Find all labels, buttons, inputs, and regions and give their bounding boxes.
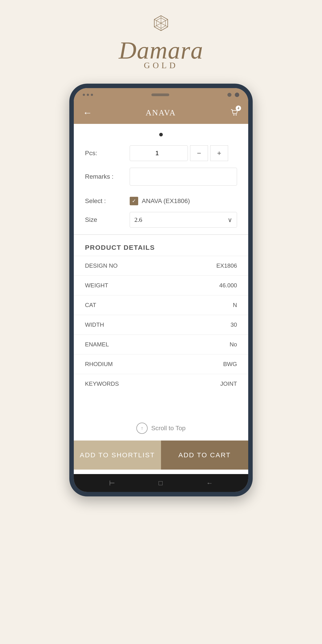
table-row: ENAMEL No [74, 334, 248, 354]
checkbox[interactable]: ✓ [130, 197, 138, 205]
svg-point-6 [236, 114, 237, 116]
add-to-shortlist-button[interactable]: ADD TO SHORTLIST [74, 440, 161, 470]
row-value-rhodium: BWG [223, 361, 237, 368]
status-speaker [152, 94, 169, 96]
phone-screen: ← ANAVA 4 Pcs: [74, 88, 248, 492]
content-area: Pcs: − + Remarks : Select : [74, 124, 248, 474]
nav-back-icon[interactable]: ← [206, 479, 213, 487]
row-value-weight: 46.000 [219, 282, 237, 289]
qty-minus-button[interactable]: − [190, 145, 208, 161]
pcs-input[interactable] [130, 145, 188, 161]
pcs-section: Pcs: − + Remarks : [74, 141, 248, 197]
qty-plus-button[interactable]: + [210, 145, 228, 161]
page-title: ANAVA [146, 108, 176, 118]
row-value-enamel: No [230, 341, 237, 348]
table-row: DESIGN NO EX1806 [74, 256, 248, 276]
bottom-buttons: ADD TO SHORTLIST ADD TO CART [74, 440, 248, 470]
pcs-label: Pcs: [85, 150, 130, 157]
row-label-keywords: KEYWORDS [85, 380, 119, 387]
status-dot-3 [91, 94, 93, 96]
indicator-dot [159, 133, 163, 136]
size-dropdown[interactable]: 2.6 ∨ [130, 212, 237, 228]
status-dot-1 [83, 94, 85, 96]
status-dot-2 [87, 94, 89, 96]
chevron-down-icon: ∨ [228, 216, 232, 224]
scroll-up-icon: ↑ [136, 422, 148, 434]
remarks-input[interactable] [130, 168, 237, 186]
table-row: KEYWORDS JOINT [74, 374, 248, 394]
row-value-width: 30 [230, 321, 237, 328]
row-label-design: DESIGN NO [85, 262, 118, 269]
checkbox-value: ANAVA (EX1806) [142, 198, 190, 204]
scroll-to-top-label: Scroll to Top [151, 425, 186, 432]
spacer [74, 394, 248, 412]
logo-icon [148, 14, 174, 36]
back-button[interactable]: ← [83, 107, 92, 118]
nav-recent-icon[interactable]: ⊢ [109, 479, 115, 487]
nav-home-icon[interactable]: □ [158, 479, 162, 487]
row-label-cat: CAT [85, 302, 96, 308]
status-right [228, 92, 239, 97]
size-row: Size 2.6 ∨ [74, 212, 248, 228]
status-bar [74, 88, 248, 102]
row-value-design: EX1806 [216, 262, 237, 269]
table-row: CAT N [74, 295, 248, 315]
section-separator [74, 234, 248, 235]
pcs-row: Pcs: − + [85, 145, 237, 161]
scroll-to-top[interactable]: ↑ Scroll to Top [74, 412, 248, 440]
status-circle [228, 93, 232, 97]
status-dots [83, 94, 93, 96]
product-details-header: PRODUCT DETAILS [74, 237, 248, 256]
select-label: Select : [85, 198, 130, 204]
add-to-cart-button[interactable]: ADD TO CART [161, 440, 248, 470]
row-label-weight: WEIGHT [85, 282, 108, 289]
phone-mockup: ← ANAVA 4 Pcs: [69, 84, 253, 496]
row-value-cat: N [233, 302, 237, 308]
checkmark-icon: ✓ [132, 198, 136, 204]
image-indicator [74, 128, 248, 141]
remarks-row: Remarks : [85, 168, 237, 186]
row-label-enamel: ENAMEL [85, 341, 109, 348]
size-label: Size [85, 216, 130, 224]
svg-point-5 [234, 114, 234, 116]
brand-name: Damara [119, 38, 204, 62]
select-row: Select : ✓ ANAVA (EX1806) [74, 197, 248, 205]
remarks-label: Remarks : [85, 173, 130, 180]
row-label-rhodium: RHODIUM [85, 361, 113, 368]
size-value: 2.6 [134, 216, 142, 224]
qty-controls: − + [130, 145, 228, 161]
brand-subtitle: GOLD [144, 60, 178, 70]
row-value-keywords: JOINT [220, 380, 237, 387]
app-header: ← ANAVA 4 [74, 102, 248, 124]
phone-nav: ⊢ □ ← [74, 474, 248, 492]
logo-area: Damara GOLD [119, 14, 204, 70]
table-row: RHODIUM BWG [74, 354, 248, 374]
product-table: DESIGN NO EX1806 WEIGHT 46.000 CAT N WID… [74, 256, 248, 394]
logo-text: Damara GOLD [119, 38, 204, 70]
table-row: WEIGHT 46.000 [74, 276, 248, 295]
status-camera [235, 92, 239, 97]
cart-button[interactable]: 4 [230, 107, 239, 118]
checkbox-area: ✓ ANAVA (EX1806) [130, 197, 190, 205]
row-label-width: WIDTH [85, 321, 104, 328]
table-row: WIDTH 30 [74, 315, 248, 334]
cart-badge: 4 [236, 106, 241, 111]
